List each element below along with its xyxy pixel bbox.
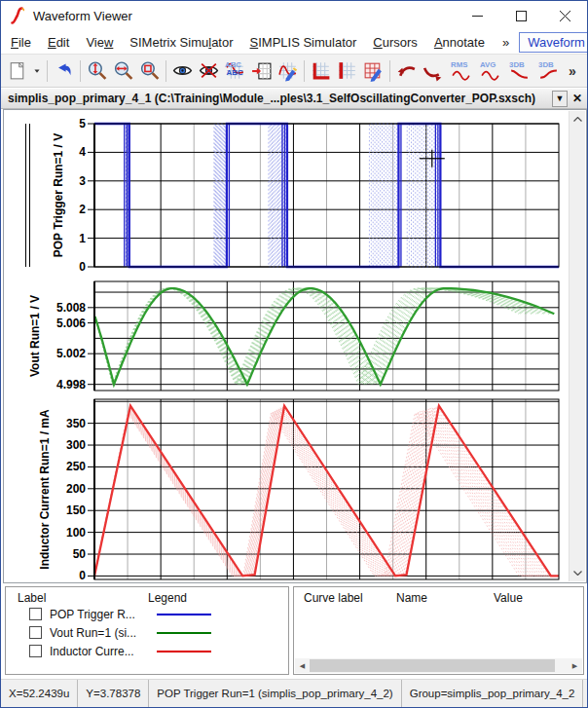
zoom-rect-button[interactable] — [136, 57, 163, 85]
scroll-up-icon[interactable] — [570, 111, 586, 128]
toolbar-separator — [80, 60, 81, 82]
legend-row[interactable]: POP Trigger R... — [6, 605, 288, 623]
toolbar-overflow-icon[interactable]: » — [565, 63, 580, 79]
y-tick-label: 5.008 — [56, 301, 86, 315]
curve-color-sample — [157, 614, 211, 615]
y-tick-label: 100 — [66, 526, 86, 540]
menu-bar: FileEditViewSIMetrix SimulatorSIMPLIS Si… — [1, 30, 587, 54]
move-curve-button[interactable] — [248, 57, 275, 85]
lowpass-3db-button[interactable]: 3DB — [504, 57, 533, 85]
menu-overflow-icon[interactable]: » — [498, 35, 513, 50]
y-tick-label: 0 — [79, 569, 86, 582]
inductor-current-axis-title: Inductor Current Run=1 / mA — [38, 409, 52, 570]
hide-curve-icon — [198, 59, 220, 82]
curve-checkbox[interactable] — [29, 645, 42, 657]
edit-curve-icon — [276, 59, 299, 82]
values-column-curve-label: Curve label — [304, 591, 396, 605]
menu-annotate[interactable]: Annotate — [426, 32, 493, 53]
add-grid-button[interactable] — [334, 57, 360, 85]
vertical-scrollbar[interactable] — [569, 111, 585, 581]
curve-color-sample — [157, 651, 211, 652]
svg-text:3DB: 3DB — [509, 60, 525, 69]
y-tick-label: 0 — [79, 260, 86, 274]
fourier-button[interactable] — [393, 57, 420, 85]
legend-row[interactable]: Vout Run=1 (si... — [6, 623, 288, 642]
scroll-down-icon[interactable] — [570, 565, 586, 581]
graph-canvas[interactable]: 543210POP Trigger Run=1 / V5.0085.0065.0… — [21, 112, 565, 583]
undo-button[interactable] — [51, 57, 77, 85]
avg-icon: AVG — [479, 59, 501, 82]
waveform-viewer-window: Waveform Viewer FileEditViewSIMetrix Sim… — [0, 0, 588, 708]
scroll-left-icon[interactable]: ◀ — [295, 658, 310, 673]
curve-values-panel: Curve label Name Value ◀ ▶ — [293, 586, 584, 675]
y-tick-label: 2 — [79, 203, 86, 216]
new-graph-button[interactable] — [4, 57, 30, 85]
menu-simplis-simulator[interactable]: SIMPLIS Simulator — [242, 32, 365, 53]
new-graph-menu-button[interactable] — [30, 57, 44, 85]
menu-cursors[interactable]: Cursors — [365, 32, 425, 53]
y-tick-label: 150 — [66, 503, 86, 517]
vout-plot: 5.0085.0065.0024.998Vout Run=1 / V — [28, 281, 559, 391]
toolbar-separator — [389, 60, 390, 82]
svg-text:AVG: AVG — [480, 60, 496, 69]
graph-tab-title[interactable]: simplis_pop_primary_4_1 (C:\Training\Mod… — [1, 92, 552, 105]
zoom-y-icon — [86, 59, 108, 82]
status-y-readout: Y=3.78378 — [78, 680, 149, 707]
scrollbar-thumb[interactable] — [310, 659, 555, 672]
tab-list-dropdown-button[interactable]: ▼ — [552, 91, 568, 107]
menu-edit[interactable]: Edit — [40, 32, 77, 53]
legend-column-label: Label — [18, 591, 144, 605]
highpass-3db-button[interactable]: 3DB — [533, 57, 563, 85]
viewer-mode-value: Waveform Viewer — [520, 35, 588, 50]
close-button[interactable] — [543, 1, 587, 30]
y-tick-label: 200 — [66, 482, 86, 496]
zoom-x-icon — [112, 59, 134, 82]
avg-button[interactable]: AVG — [475, 57, 504, 85]
show-curve-icon — [171, 59, 194, 82]
y-axis-selection-handle[interactable] — [26, 124, 30, 267]
legend-row[interactable]: Inductor Curre... — [6, 642, 288, 660]
toolbar-separator — [165, 60, 166, 82]
edit-grid-icon — [362, 59, 385, 82]
scroll-right-icon[interactable]: ▶ — [568, 658, 582, 673]
y-tick-label: 300 — [66, 438, 86, 452]
zoom-rect-icon — [138, 59, 161, 82]
toolbar: ABCABCRMSAVG3DB3DB» — [1, 54, 587, 88]
svg-text:ABC: ABC — [227, 68, 243, 77]
curve-color-sample — [157, 632, 211, 634]
status-curve-name: POP Trigger Run=1 (simplis_pop_primary_4… — [149, 680, 401, 707]
y-tick-label: 4 — [79, 145, 86, 159]
rms-button[interactable]: RMS — [446, 57, 475, 85]
curve-checkbox[interactable] — [29, 626, 42, 639]
y-tick-label: 5 — [79, 117, 86, 130]
new-graph-menu-icon — [30, 59, 44, 82]
edit-curve-button[interactable] — [275, 57, 301, 85]
close-icon — [560, 11, 570, 21]
horizontal-scrollbar[interactable]: ◀ ▶ — [295, 658, 582, 673]
undo-icon — [53, 59, 75, 82]
menu-view[interactable]: View — [78, 32, 121, 53]
show-curve-button[interactable] — [169, 57, 196, 85]
menu-file[interactable]: File — [3, 32, 39, 53]
signal-button[interactable] — [420, 57, 446, 85]
app-logo-icon — [10, 7, 25, 24]
inductor-current-plot: 350300250200150100500Inductor Current Ru… — [38, 399, 559, 582]
minimize-button[interactable] — [456, 1, 499, 30]
signal-icon — [422, 59, 444, 82]
add-y-axis-button[interactable] — [308, 57, 334, 85]
viewer-mode-selector[interactable]: Waveform Viewer ▼ — [519, 32, 588, 53]
maximize-button[interactable] — [499, 1, 543, 30]
hide-curve-button[interactable] — [196, 57, 222, 85]
zoom-x-button[interactable] — [110, 57, 136, 85]
y-tick-label: 4.998 — [56, 378, 86, 391]
label-curve-button[interactable]: ABCABC — [222, 57, 248, 85]
move-curve-icon — [250, 59, 273, 82]
edit-grid-button[interactable] — [360, 57, 386, 85]
y-tick-label: 250 — [66, 460, 86, 473]
label-curve-icon: ABCABC — [224, 59, 246, 82]
vout-axis-title: Vout Run=1 / V — [28, 295, 42, 377]
curve-checkbox[interactable] — [29, 608, 42, 620]
tab-close-button[interactable]: ✕ — [570, 91, 585, 107]
menu-simetrix-simulator[interactable]: SIMetrix Simulator — [122, 32, 240, 53]
zoom-y-button[interactable] — [84, 57, 110, 85]
